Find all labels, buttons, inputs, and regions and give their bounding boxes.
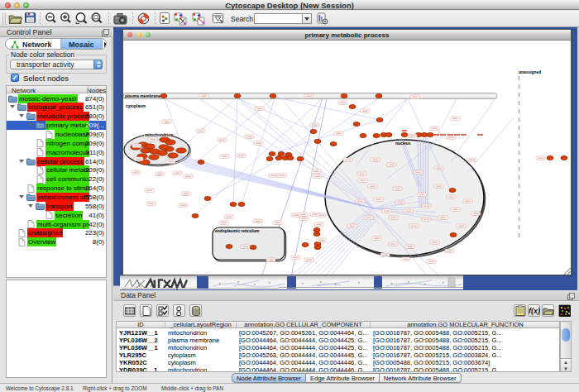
svg-text:plasma membrane: plasma membrane: [125, 94, 160, 98]
svg-text:mitochondrion: mitochondrion: [145, 133, 173, 137]
svg-text:nucleus: nucleus: [395, 141, 411, 146]
svg-text:cytoplasm: cytoplasm: [126, 104, 146, 108]
svg-text:unassigned: unassigned: [519, 70, 541, 74]
svg-text:endoplasmic reticulum: endoplasmic reticulum: [215, 229, 260, 233]
